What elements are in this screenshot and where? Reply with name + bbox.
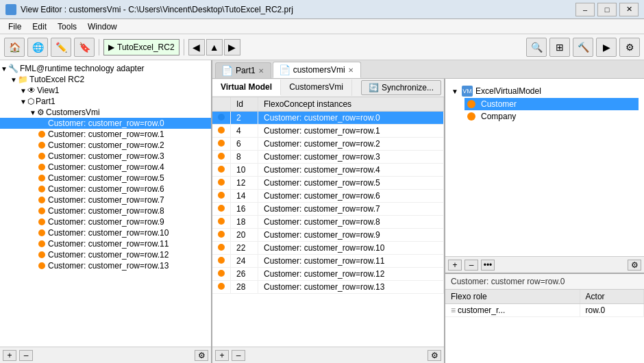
role-col-flexo: Flexo role bbox=[445, 290, 580, 304]
tree-add-button[interactable]: + bbox=[3, 350, 16, 361]
toolbar-right-btn-1[interactable]: 🔍 bbox=[526, 38, 547, 57]
row-dot-15 bbox=[38, 229, 45, 236]
row-dot-14 bbox=[38, 218, 45, 225]
toolbar-right-btn-5[interactable]: ⚙ bbox=[619, 38, 640, 57]
right-gear-button[interactable]: ⚙ bbox=[628, 260, 641, 271]
table-row-2[interactable]: 6Customer: customer_row=row.2 bbox=[212, 138, 444, 151]
table-row-6[interactable]: 14Customer: customer_row=row.6 bbox=[212, 190, 444, 203]
vm-item-1[interactable]: Company bbox=[465, 110, 639, 123]
toolbar-right-btn-3[interactable]: 🔨 bbox=[573, 38, 593, 57]
table-row-10[interactable]: 22Customer: customer_row=row.10 bbox=[212, 242, 444, 255]
menu-item-edit[interactable]: Edit bbox=[27, 21, 52, 33]
toolbar-right-btn-4[interactable]: ▶ bbox=[596, 38, 617, 57]
menu-item-window[interactable]: Window bbox=[82, 21, 123, 33]
instance-label: Customer: customer row=row.0 bbox=[445, 274, 644, 290]
row-id-5: 12 bbox=[231, 177, 258, 190]
toolbar-btn-2[interactable]: 🌐 bbox=[27, 38, 48, 57]
tree-item-16[interactable]: Customer: customer_row=row.11 bbox=[0, 238, 211, 249]
toolbar-btn-4[interactable]: 🔖 bbox=[74, 38, 95, 57]
tree-item-18[interactable]: Customer: customer_row=row.13 bbox=[0, 260, 211, 271]
tree-gear-button[interactable]: ⚙ bbox=[195, 350, 208, 361]
table-row-4[interactable]: 10Customer: customer_row=row.4 bbox=[212, 164, 444, 177]
tab-1[interactable]: 📄customersVmi✕ bbox=[273, 62, 361, 78]
right-remove-button[interactable]: – bbox=[465, 260, 478, 271]
tree-item-7[interactable]: Customer: customer_row=row.2 bbox=[0, 140, 211, 151]
table-row-1[interactable]: 4Customer: customer_row=row.1 bbox=[212, 125, 444, 138]
tree-item-5[interactable]: Customer: customer_row=row.0 bbox=[0, 118, 211, 129]
sub-tab-0[interactable]: Virtual Model bbox=[212, 79, 281, 96]
tree-expand-0: ▼ bbox=[0, 65, 8, 73]
center-add-button[interactable]: + bbox=[215, 350, 229, 361]
table-row-8[interactable]: 18Customer: customer_row=row.8 bbox=[212, 216, 444, 229]
tree-view: ▼🔧FML@runtime technology adapter▼📁TutoEx… bbox=[0, 60, 211, 347]
tab-close-1[interactable]: ✕ bbox=[348, 66, 354, 74]
tab-close-0[interactable]: ✕ bbox=[258, 67, 264, 75]
table-row-12[interactable]: 26Customer: customer_row=row.12 bbox=[212, 268, 444, 281]
nav-buttons: ◀ ▲ ▶ bbox=[188, 39, 240, 55]
row-indicator-0 bbox=[212, 112, 231, 125]
tree-item-9[interactable]: Customer: customer_row=row.4 bbox=[0, 162, 211, 173]
tree-item-11[interactable]: Customer: customer_row=row.6 bbox=[0, 184, 211, 195]
tree-item-12[interactable]: Customer: customer_row=row.7 bbox=[0, 195, 211, 205]
table-row-3[interactable]: 8Customer: customer_row=row.3 bbox=[212, 151, 444, 164]
tree-item-17[interactable]: Customer: customer_row=row.12 bbox=[0, 249, 211, 260]
row-dot-17 bbox=[38, 251, 45, 258]
tree-item-2[interactable]: ▼👁View1 bbox=[0, 85, 211, 96]
tab-0[interactable]: 📄Part1✕ bbox=[215, 62, 271, 78]
vm-item-0[interactable]: Customer bbox=[465, 98, 639, 110]
tree-item-0[interactable]: ▼🔧FML@runtime technology adapter bbox=[0, 63, 211, 74]
tree-item-13[interactable]: Customer: customer_row=row.8 bbox=[0, 205, 211, 216]
menu-item-tools[interactable]: Tools bbox=[52, 21, 82, 33]
row-label-6: Customer: customer_row=row.6 bbox=[258, 190, 444, 203]
nav-back-button[interactable]: ◀ bbox=[188, 39, 205, 55]
row-id-10: 22 bbox=[231, 242, 258, 255]
tree-icon-3: ⬡ bbox=[27, 97, 34, 106]
row-id-4: 10 bbox=[231, 164, 258, 177]
right-more-button[interactable]: ••• bbox=[481, 260, 495, 271]
center-remove-button[interactable]: – bbox=[232, 350, 245, 361]
tree-item-4[interactable]: ▼⚙CustomersVmi bbox=[0, 107, 211, 118]
tree-item-1[interactable]: ▼📁TutoExcel RC2 bbox=[0, 74, 211, 85]
tree-item-8[interactable]: Customer: customer_row=row.3 bbox=[0, 151, 211, 162]
sub-tabs: Virtual ModelCustomersVmi bbox=[212, 79, 358, 96]
nav-forward-button[interactable]: ▶ bbox=[224, 39, 240, 55]
right-add-button[interactable]: + bbox=[448, 260, 462, 271]
row-indicator-2 bbox=[212, 138, 231, 151]
tree-item-15[interactable]: Customer: customer_row=row.10 bbox=[0, 227, 211, 238]
toolbar-btn-3[interactable]: ✏️ bbox=[51, 38, 71, 57]
nav-up-button[interactable]: ▲ bbox=[206, 39, 223, 55]
tree-label-10: Customer: customer_row=row.5 bbox=[48, 173, 164, 183]
sub-tab-1[interactable]: CustomersVmi bbox=[281, 79, 352, 96]
table-row-7[interactable]: 16Customer: customer_row=row.7 bbox=[212, 203, 444, 216]
tree-item-3[interactable]: ▼⬡Part1 bbox=[0, 96, 211, 107]
row-dot-11 bbox=[38, 186, 45, 192]
tree-expand-4: ▼ bbox=[29, 109, 37, 116]
row-id-8: 18 bbox=[231, 216, 258, 229]
table-row-13[interactable]: 28Customer: customer_row=row.13 bbox=[212, 281, 444, 294]
tab-bar: 📄Part1✕📄customersVmi✕ bbox=[212, 60, 644, 79]
tree-remove-button[interactable]: – bbox=[19, 350, 33, 361]
role-table-area: Flexo role Actor ≡customer_r...row.0 bbox=[445, 290, 644, 363]
tree-item-10[interactable]: Customer: customer_row=row.5 bbox=[0, 173, 211, 184]
play-button[interactable]: ▶ TutoExcel_RC2 bbox=[103, 39, 179, 55]
table-row-9[interactable]: 20Customer: customer_row=row.9 bbox=[212, 229, 444, 242]
tree-item-6[interactable]: Customer: customer_row=row.1 bbox=[0, 129, 211, 140]
sync-button[interactable]: 🔄 Synchronize... bbox=[361, 80, 441, 95]
menu-item-file[interactable]: File bbox=[3, 21, 27, 33]
table-row-11[interactable]: 24Customer: customer_row=row.11 bbox=[212, 255, 444, 268]
maximize-button[interactable]: □ bbox=[597, 3, 617, 16]
minimize-button[interactable]: – bbox=[575, 3, 595, 16]
sync-area: 🔄 Synchronize... bbox=[358, 79, 444, 97]
table-row-5[interactable]: 12Customer: customer_row=row.5 bbox=[212, 177, 444, 190]
center-gear-button[interactable]: ⚙ bbox=[428, 350, 441, 361]
toolbar-btn-1[interactable]: 🏠 bbox=[4, 38, 25, 57]
row-indicator-4 bbox=[212, 164, 231, 177]
role-row-0: ≡customer_r...row.0 bbox=[445, 304, 644, 317]
tree-item-14[interactable]: Customer: customer_row=row.9 bbox=[0, 216, 211, 227]
toolbar-right-btn-2[interactable]: ⊞ bbox=[549, 38, 570, 57]
row-id-12: 26 bbox=[231, 268, 258, 281]
table-row-0[interactable]: 2Customer: customer_row=row.0 bbox=[212, 112, 444, 125]
close-button[interactable]: ✕ bbox=[619, 3, 639, 16]
tree-label-15: Customer: customer_row=row.10 bbox=[48, 228, 169, 238]
right-panel: ▼ VM ExcelVirtualModel CustomerCompany +… bbox=[445, 79, 644, 363]
